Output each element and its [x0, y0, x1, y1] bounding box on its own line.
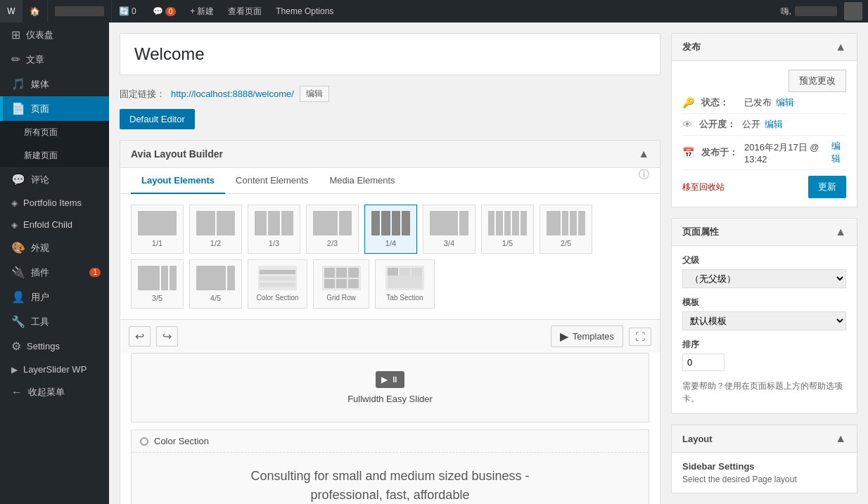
page-attributes-header[interactable]: 页面属性 ▲	[672, 219, 857, 246]
visibility-label: 公开度：	[699, 118, 738, 131]
sidebar-item-dashboard[interactable]: ⊞ 仪表盘	[0, 22, 109, 47]
update-button[interactable]: 更新	[808, 176, 846, 198]
layout-item-1-1[interactable]: 1/1	[131, 205, 184, 254]
view-page-link[interactable]: 查看页面	[221, 0, 269, 22]
help-text: 需要帮助？使用在页面标题上方的帮助选项卡。	[682, 380, 846, 405]
template-select[interactable]: 默认模板	[682, 311, 846, 330]
layout-item-color-section[interactable]: Color Section	[248, 259, 307, 309]
home-link[interactable]: 🏠	[23, 0, 47, 22]
default-editor-button[interactable]: Default Editor	[120, 109, 195, 129]
preview-changes-button[interactable]: 预览更改	[789, 70, 846, 92]
avia-panel-toggle[interactable]: ▲	[638, 148, 649, 160]
play-pause-icon: ▶ ⏸	[376, 371, 404, 388]
plugins-icon: 🔌	[11, 266, 25, 279]
order-label: 排序	[682, 339, 846, 351]
move-to-trash-link[interactable]: 移至回收站	[682, 181, 725, 193]
publish-box-header[interactable]: 发布 ▲	[672, 34, 857, 61]
theme-options-link[interactable]: Theme Options	[269, 0, 340, 22]
layout-item-2-3[interactable]: 2/3	[306, 205, 359, 254]
sidebar-item-enfold-child[interactable]: ◈ Enfold Child	[0, 214, 109, 235]
sidebar-item-all-pages[interactable]: 所有页面	[0, 121, 109, 144]
wp-logo[interactable]: W	[0, 0, 23, 22]
layout-item-1-5[interactable]: 1/5	[481, 205, 534, 254]
media-icon: 🎵	[11, 77, 25, 91]
comments-link[interactable]: 💬 0	[146, 0, 184, 22]
publish-title: 发布	[682, 41, 701, 53]
parent-select[interactable]: （无父级）	[682, 269, 846, 288]
sidebar-item-label: 媒体	[31, 78, 49, 91]
permalink-url[interactable]: http://localhost:8888/welcome/	[171, 89, 294, 99]
publish-toggle[interactable]: ▲	[835, 41, 846, 53]
tools-icon: 🔧	[11, 315, 25, 328]
status-edit-link[interactable]: 编辑	[776, 96, 794, 109]
sidebar-item-label: Settings	[27, 341, 60, 351]
sidebar-item-portfolio[interactable]: ◈ Portfolio Items	[0, 192, 109, 214]
sidebar-item-label: Portfolio Items	[23, 198, 82, 208]
page-attributes-box: 页面属性 ▲ 父级 （无父级） 模板 默认模板	[671, 218, 857, 414]
visibility-edit-link[interactable]: 编辑	[765, 118, 783, 131]
tab-layout-elements[interactable]: Layout Elements	[131, 168, 225, 194]
avia-content: ▶ ⏸ Fullwidth Easy Slider Color Section …	[120, 353, 660, 504]
sidebar-item-settings[interactable]: ⚙ Settings	[0, 334, 109, 358]
tab-info-icon[interactable]: ⓘ	[639, 168, 649, 193]
layout-item-1-4[interactable]: 1/4	[364, 205, 417, 254]
tab-content-elements[interactable]: Content Elements	[225, 168, 319, 194]
redo-button[interactable]: ↪	[156, 326, 178, 347]
main-content: 固定链接： http://localhost:8888/welcome/ 编辑 …	[109, 22, 868, 504]
layout-item-3-5[interactable]: 3/5	[131, 259, 184, 309]
tab-media-elements[interactable]: Media Elements	[319, 168, 405, 194]
layout-item-1-3[interactable]: 1/3	[248, 205, 300, 254]
sidebar-item-label: 工具	[31, 316, 49, 328]
layout-item-grid-row[interactable]: Grid Row	[313, 259, 369, 309]
avia-panel-header[interactable]: Avia Layout Builder ▲	[120, 141, 660, 168]
pages-icon: 📄	[11, 102, 25, 115]
users-icon: 👤	[11, 290, 25, 304]
sidebar-item-collapse[interactable]: ← 收起菜单	[0, 380, 109, 404]
layout-item-3-4[interactable]: 3/4	[423, 205, 476, 254]
permalink-edit-button[interactable]: 编辑	[300, 86, 329, 102]
sidebar-item-media[interactable]: 🎵 媒体	[0, 72, 109, 96]
sidebar-item-pages[interactable]: 📄 页面	[0, 96, 109, 121]
sidebar-item-appearance[interactable]: 🎨 外观	[0, 235, 109, 260]
layout-item-2-5[interactable]: 2/5	[540, 205, 592, 254]
undo-button[interactable]: ↩	[129, 326, 151, 347]
new-content-link[interactable]: + 新建	[183, 0, 221, 22]
layerslider-icon: ▶	[11, 365, 18, 375]
sidebar-item-new-page[interactable]: 新建页面	[0, 144, 109, 167]
right-panel: 发布 ▲ 预览更改 🔑 状态： 已发布 编辑 👁	[671, 22, 868, 504]
sidebar-item-layerslider[interactable]: ▶ LayerSlider WP	[0, 358, 109, 380]
sidebar-item-plugins[interactable]: 🔌 插件 1	[0, 260, 109, 285]
sidebar: ⊞ 仪表盘 ✏ 文章 🎵 媒体 📄 页面 所有页面 新建页面 💬 评论 ◈ Po…	[0, 22, 109, 504]
templates-button[interactable]: ▶ Templates	[551, 325, 623, 347]
publish-status-row: 🔑 状态： 已发布 编辑	[682, 92, 846, 114]
all-pages-label: 所有页面	[24, 127, 58, 138]
layout-item-tab-section[interactable]: Tab Section	[375, 259, 435, 309]
user-greeting: 嗨,	[774, 0, 844, 22]
enfold-icon: ◈	[11, 220, 18, 230]
layout-box-header[interactable]: Layout ▲	[672, 425, 857, 453]
new-page-label: 新建页面	[24, 150, 58, 162]
sidebar-item-users[interactable]: 👤 用户	[0, 285, 109, 309]
published-edit-link[interactable]: 编辑	[831, 140, 846, 165]
permalink-row: 固定链接： http://localhost:8888/welcome/ 编辑	[120, 86, 660, 102]
page-title-input[interactable]	[134, 44, 646, 64]
slider-inner: ▶ ⏸ Fullwidth Easy Slider	[132, 354, 649, 422]
undo-icon: ↩	[135, 330, 144, 342]
site-name[interactable]	[48, 0, 111, 22]
page-attributes-title: 页面属性	[682, 226, 719, 238]
admin-bar: W 🏠 🔄 0 💬 0 + 新建 查看页面 Theme Options 嗨,	[0, 0, 868, 22]
layout-item-4-5[interactable]: 4/5	[189, 259, 242, 309]
page-attributes-toggle[interactable]: ▲	[835, 226, 846, 238]
editor-area: 固定链接： http://localhost:8888/welcome/ 编辑 …	[109, 22, 671, 504]
order-input[interactable]	[682, 354, 725, 371]
sidebar-item-posts[interactable]: ✏ 文章	[0, 47, 109, 72]
avia-panel-title: Avia Layout Builder	[131, 148, 223, 160]
sidebar-item-tools[interactable]: 🔧 工具	[0, 309, 109, 334]
layout-toggle[interactable]: ▲	[835, 432, 846, 445]
layout-item-1-2[interactable]: 1/2	[189, 205, 242, 254]
layout-grid: 1/1 1/2 1/3 2/3	[120, 194, 660, 319]
revisions-link[interactable]: 🔄 0	[112, 0, 146, 22]
expand-button[interactable]: ⛶	[629, 328, 651, 346]
posts-icon: ✏	[11, 53, 20, 66]
sidebar-item-comments[interactable]: 💬 评论	[0, 167, 109, 192]
